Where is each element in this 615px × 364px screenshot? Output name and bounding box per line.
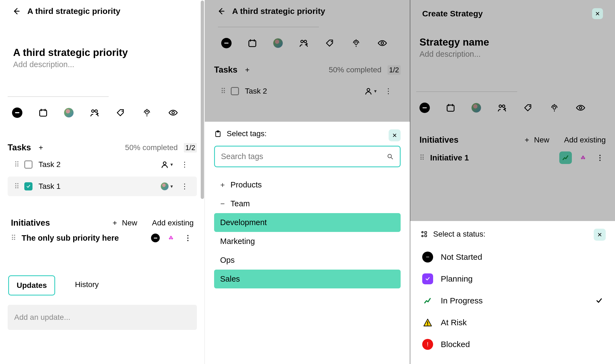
task-menu-button[interactable]: ⋮ [179,182,190,191]
close-button[interactable] [389,129,401,141]
scrollbar[interactable] [201,1,204,343]
popover-title: Select tags: [227,129,267,138]
status-icon[interactable] [12,108,22,118]
task-row[interactable]: ⠿ Task 2 ▾ ⋮ [8,155,197,174]
back-button[interactable] [12,7,20,15]
status-option[interactable]: !Blocked [421,333,605,355]
calendar-icon[interactable] [445,102,456,113]
initiatives-label: Initiatives [419,135,459,145]
initiative-name[interactable]: Initiative 1 [430,153,553,162]
tag-option[interactable]: Marketing [214,232,401,251]
add-task-button[interactable]: + [39,143,43,152]
new-initiative-button[interactable]: + New [113,219,137,227]
tag-label: Sales [220,275,240,284]
add-task-button[interactable]: + [245,65,250,74]
tab-history[interactable]: History [67,275,106,296]
initiative-row[interactable]: ⠿ Initiative 1 ⁂ ⋮ [410,145,615,171]
drag-handle-icon[interactable]: ⠿ [14,160,18,169]
owner-avatar[interactable] [64,108,74,118]
search-tags-input-wrap[interactable] [214,146,401,167]
strategy-name-input[interactable]: Strategy name [410,37,615,48]
calendar-icon[interactable] [38,107,49,118]
owner-avatar[interactable] [273,38,283,48]
status-icon[interactable] [419,103,430,113]
calendar-icon[interactable] [247,38,258,49]
task-name[interactable]: Task 1 [39,182,155,191]
initiative-menu-button[interactable]: ⋮ [594,154,606,162]
team-icon[interactable] [298,38,309,49]
watch-icon[interactable] [168,107,179,118]
tasks-progress: 50% completed [125,143,178,152]
tag-option[interactable]: Development [214,213,401,232]
status-option[interactable]: At Risk [421,312,605,333]
tasks-label: Tasks [8,143,31,153]
status-icon[interactable] [151,234,160,242]
tag-option[interactable]: Sales [214,270,401,288]
add-existing-button[interactable]: Add existing [564,136,606,144]
status-label: In Progress [441,296,483,305]
assignee-picker[interactable]: ▾ [364,87,377,95]
watch-icon[interactable] [575,102,586,113]
reminder-icon[interactable] [351,38,362,49]
assignee-picker[interactable]: ▾ [161,160,173,169]
tag-icon[interactable] [523,102,534,113]
tag-option[interactable]: Ops [214,251,401,270]
tag-icon[interactable] [115,107,126,118]
assignee-picker[interactable]: ▾ [161,182,173,190]
clipboard-icon [214,130,222,138]
check-icon [595,297,603,305]
task-row[interactable]: ⠿ Task 1 ▾ ⋮ [8,177,197,196]
description-input[interactable]: Add description... [410,50,615,59]
team-icon[interactable] [496,102,507,113]
task-menu-button[interactable]: ⋮ [179,160,190,169]
new-initiative-button[interactable]: + New [525,136,549,144]
header-title: A third strategic priority [27,7,120,16]
reminder-icon[interactable] [549,102,560,113]
description-input[interactable]: Add description... [0,60,205,69]
update-input[interactable]: Add an update... [8,305,197,330]
initiative-row[interactable]: ⠿ The only sub priority here ⁂ ⋮ [0,228,205,248]
owner-avatar[interactable] [471,103,481,113]
initiatives-label: Initiatives [11,218,50,228]
initiative-name[interactable]: The only sub priority here [22,234,144,243]
drag-handle-icon[interactable]: ⠿ [221,87,225,96]
task-name[interactable]: Task 2 [245,87,358,96]
status-option[interactable]: Planning [421,268,605,290]
expand-toggle-icon[interactable]: + [220,181,226,189]
page-title[interactable]: A third strategic priority [0,47,205,58]
tasks-count: 1/2 [184,143,197,153]
tab-updates[interactable]: Updates [8,275,55,296]
watch-icon[interactable] [377,38,388,49]
tag-option[interactable]: +Products [214,175,401,194]
status-option[interactable]: In Progress [421,290,605,312]
tag-option[interactable]: −Team [214,194,401,213]
status-icon[interactable] [221,38,232,48]
tag-icon[interactable] [324,38,335,49]
initiative-menu-button[interactable]: ⋮ [182,234,194,242]
task-checkbox[interactable] [231,87,239,95]
tag-label: Marketing [220,237,255,246]
status-label: Planning [441,274,473,284]
task-checkbox[interactable] [24,160,32,169]
task-row[interactable]: ⠿ Task 2 ▾ ⋮ [214,81,401,101]
task-checkbox[interactable] [24,182,32,190]
add-existing-button[interactable]: Add existing [152,219,194,227]
status-option[interactable]: −Not Started [421,246,605,268]
search-tags-input[interactable] [221,152,382,161]
close-button[interactable] [594,229,606,241]
search-icon [387,153,394,160]
status-label: At Risk [441,318,467,327]
team-icon[interactable] [89,107,100,118]
back-button[interactable] [217,7,225,15]
chevron-down-icon: ▾ [170,162,173,168]
header-title: A third strategic priority [232,7,325,16]
close-button[interactable] [592,8,603,19]
reminder-icon[interactable] [141,107,152,118]
drag-handle-icon[interactable]: ⠿ [11,234,15,242]
task-name[interactable]: Task 2 [39,160,155,169]
drag-handle-icon[interactable]: ⠿ [14,182,18,191]
task-menu-button[interactable]: ⋮ [383,87,394,96]
drag-handle-icon[interactable]: ⠿ [419,154,424,162]
expand-toggle-icon[interactable]: − [220,199,226,208]
divider [416,91,517,92]
